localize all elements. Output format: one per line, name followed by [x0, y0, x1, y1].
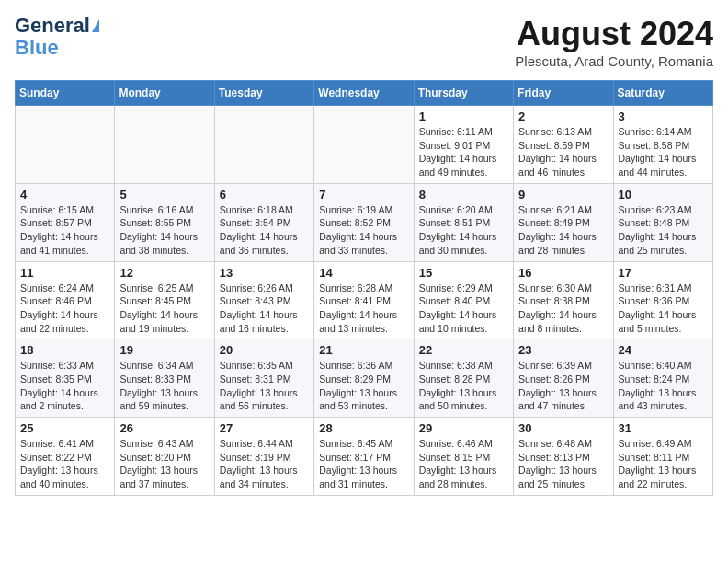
- day-number: 31: [619, 421, 708, 435]
- day-info: Sunrise: 6:41 AM Sunset: 8:22 PM Dayligh…: [20, 437, 109, 491]
- calendar-week-row: 25Sunrise: 6:41 AM Sunset: 8:22 PM Dayli…: [16, 418, 713, 496]
- day-number: 29: [419, 421, 508, 435]
- day-number: 12: [119, 266, 209, 280]
- header: General Blue August 2024 Plescuta, Arad …: [15, 15, 713, 69]
- day-number: 6: [220, 188, 309, 201]
- calendar-day-cell: 16Sunrise: 6:30 AM Sunset: 8:38 PM Dayli…: [514, 261, 613, 339]
- logo-blue: Blue: [15, 37, 59, 59]
- calendar-day-cell: [16, 106, 115, 184]
- calendar-day-cell: 15Sunrise: 6:29 AM Sunset: 8:40 PM Dayli…: [414, 261, 513, 339]
- day-number: 30: [518, 421, 608, 435]
- day-number: 24: [619, 343, 708, 357]
- day-info: Sunrise: 6:48 AM Sunset: 8:13 PM Dayligh…: [518, 437, 608, 491]
- day-number: 27: [220, 421, 309, 435]
- day-info: Sunrise: 6:29 AM Sunset: 8:40 PM Dayligh…: [419, 282, 508, 336]
- calendar-day-cell: 28Sunrise: 6:45 AM Sunset: 8:17 PM Dayli…: [314, 418, 414, 496]
- weekday-header-cell: Thursday: [414, 81, 513, 106]
- day-info: Sunrise: 6:14 AM Sunset: 8:58 PM Dayligh…: [619, 125, 708, 179]
- day-info: Sunrise: 6:11 AM Sunset: 9:01 PM Dayligh…: [419, 125, 508, 179]
- day-info: Sunrise: 6:16 AM Sunset: 8:55 PM Dayligh…: [119, 203, 209, 258]
- day-number: 19: [119, 343, 209, 357]
- day-number: 20: [220, 343, 309, 357]
- day-number: 3: [619, 109, 708, 123]
- day-number: 21: [319, 343, 408, 357]
- calendar-day-cell: 4Sunrise: 6:15 AM Sunset: 8:57 PM Daylig…: [16, 183, 115, 261]
- day-info: Sunrise: 6:39 AM Sunset: 8:26 PM Dayligh…: [518, 359, 608, 413]
- title-area: August 2024 Plescuta, Arad County, Roman…: [515, 15, 713, 69]
- day-number: 10: [619, 188, 708, 201]
- calendar-day-cell: [115, 106, 214, 184]
- calendar-day-cell: 19Sunrise: 6:34 AM Sunset: 8:33 PM Dayli…: [115, 339, 214, 418]
- day-info: Sunrise: 6:40 AM Sunset: 8:24 PM Dayligh…: [619, 359, 708, 413]
- logo: General Blue: [15, 15, 99, 59]
- calendar-day-cell: 30Sunrise: 6:48 AM Sunset: 8:13 PM Dayli…: [514, 418, 613, 496]
- day-info: Sunrise: 6:23 AM Sunset: 8:48 PM Dayligh…: [619, 203, 708, 258]
- calendar-day-cell: 10Sunrise: 6:23 AM Sunset: 8:48 PM Dayli…: [613, 183, 712, 261]
- day-info: Sunrise: 6:34 AM Sunset: 8:33 PM Dayligh…: [119, 359, 209, 413]
- weekday-header-cell: Monday: [115, 81, 214, 106]
- day-number: 28: [319, 421, 408, 435]
- calendar-day-cell: 8Sunrise: 6:20 AM Sunset: 8:51 PM Daylig…: [414, 183, 513, 261]
- day-info: Sunrise: 6:33 AM Sunset: 8:35 PM Dayligh…: [20, 359, 109, 413]
- calendar-day-cell: 17Sunrise: 6:31 AM Sunset: 8:36 PM Dayli…: [613, 261, 712, 339]
- calendar-day-cell: 22Sunrise: 6:38 AM Sunset: 8:28 PM Dayli…: [414, 339, 513, 418]
- day-info: Sunrise: 6:15 AM Sunset: 8:57 PM Dayligh…: [20, 203, 109, 258]
- calendar-day-cell: 7Sunrise: 6:19 AM Sunset: 8:52 PM Daylig…: [314, 183, 414, 261]
- calendar-day-cell: 29Sunrise: 6:46 AM Sunset: 8:15 PM Dayli…: [414, 418, 513, 496]
- weekday-header-cell: Friday: [514, 81, 613, 106]
- day-info: Sunrise: 6:25 AM Sunset: 8:45 PM Dayligh…: [119, 282, 209, 336]
- day-info: Sunrise: 6:49 AM Sunset: 8:11 PM Dayligh…: [619, 437, 708, 491]
- day-number: 4: [20, 188, 109, 201]
- day-info: Sunrise: 6:19 AM Sunset: 8:52 PM Dayligh…: [319, 203, 408, 258]
- calendar-day-cell: 9Sunrise: 6:21 AM Sunset: 8:49 PM Daylig…: [514, 183, 613, 261]
- calendar-day-cell: 24Sunrise: 6:40 AM Sunset: 8:24 PM Dayli…: [613, 339, 712, 418]
- day-info: Sunrise: 6:45 AM Sunset: 8:17 PM Dayligh…: [319, 437, 408, 491]
- calendar-day-cell: [214, 106, 313, 184]
- day-number: 16: [518, 266, 608, 280]
- day-info: Sunrise: 6:30 AM Sunset: 8:38 PM Dayligh…: [518, 282, 608, 336]
- day-number: 22: [419, 343, 508, 357]
- day-number: 26: [119, 421, 209, 435]
- location-subtitle: Plescuta, Arad County, Romania: [515, 53, 713, 69]
- calendar-day-cell: 25Sunrise: 6:41 AM Sunset: 8:22 PM Dayli…: [16, 418, 115, 496]
- day-number: 13: [220, 266, 309, 280]
- day-info: Sunrise: 6:38 AM Sunset: 8:28 PM Dayligh…: [419, 359, 508, 413]
- day-info: Sunrise: 6:18 AM Sunset: 8:54 PM Dayligh…: [220, 203, 309, 258]
- calendar-day-cell: 5Sunrise: 6:16 AM Sunset: 8:55 PM Daylig…: [115, 183, 214, 261]
- calendar-day-cell: 23Sunrise: 6:39 AM Sunset: 8:26 PM Dayli…: [514, 339, 613, 418]
- day-info: Sunrise: 6:21 AM Sunset: 8:49 PM Dayligh…: [518, 203, 608, 258]
- day-number: 18: [20, 343, 109, 357]
- day-number: 9: [518, 188, 608, 201]
- calendar-day-cell: 3Sunrise: 6:14 AM Sunset: 8:58 PM Daylig…: [613, 106, 712, 184]
- day-info: Sunrise: 6:44 AM Sunset: 8:19 PM Dayligh…: [220, 437, 309, 491]
- day-info: Sunrise: 6:43 AM Sunset: 8:20 PM Dayligh…: [119, 437, 209, 491]
- day-info: Sunrise: 6:46 AM Sunset: 8:15 PM Dayligh…: [419, 437, 508, 491]
- calendar-day-cell: 31Sunrise: 6:49 AM Sunset: 8:11 PM Dayli…: [613, 418, 712, 496]
- day-number: 11: [20, 266, 109, 280]
- day-number: 8: [419, 188, 508, 201]
- month-title: August 2024: [515, 15, 713, 53]
- logo-general: General: [15, 15, 90, 37]
- calendar-day-cell: 12Sunrise: 6:25 AM Sunset: 8:45 PM Dayli…: [115, 261, 214, 339]
- day-number: 2: [518, 109, 608, 123]
- calendar-day-cell: 6Sunrise: 6:18 AM Sunset: 8:54 PM Daylig…: [214, 183, 313, 261]
- calendar-day-cell: 2Sunrise: 6:13 AM Sunset: 8:59 PM Daylig…: [514, 106, 613, 184]
- weekday-header-cell: Tuesday: [214, 81, 313, 106]
- day-info: Sunrise: 6:28 AM Sunset: 8:41 PM Dayligh…: [319, 282, 408, 336]
- logo-triangle-icon: [92, 19, 99, 32]
- calendar-day-cell: 14Sunrise: 6:28 AM Sunset: 8:41 PM Dayli…: [314, 261, 414, 339]
- day-number: 15: [419, 266, 508, 280]
- weekday-header-cell: Wednesday: [314, 81, 414, 106]
- calendar-day-cell: 13Sunrise: 6:26 AM Sunset: 8:43 PM Dayli…: [214, 261, 313, 339]
- day-info: Sunrise: 6:31 AM Sunset: 8:36 PM Dayligh…: [619, 282, 708, 336]
- day-number: 5: [119, 188, 209, 201]
- day-info: Sunrise: 6:24 AM Sunset: 8:46 PM Dayligh…: [20, 282, 109, 336]
- calendar-day-cell: 1Sunrise: 6:11 AM Sunset: 9:01 PM Daylig…: [414, 106, 513, 184]
- weekday-header-row: SundayMondayTuesdayWednesdayThursdayFrid…: [16, 81, 713, 106]
- calendar-day-cell: [314, 106, 414, 184]
- calendar-week-row: 11Sunrise: 6:24 AM Sunset: 8:46 PM Dayli…: [16, 261, 713, 339]
- calendar-body: 1Sunrise: 6:11 AM Sunset: 9:01 PM Daylig…: [16, 106, 713, 496]
- calendar-day-cell: 26Sunrise: 6:43 AM Sunset: 8:20 PM Dayli…: [115, 418, 214, 496]
- day-number: 23: [518, 343, 608, 357]
- calendar-week-row: 4Sunrise: 6:15 AM Sunset: 8:57 PM Daylig…: [16, 183, 713, 261]
